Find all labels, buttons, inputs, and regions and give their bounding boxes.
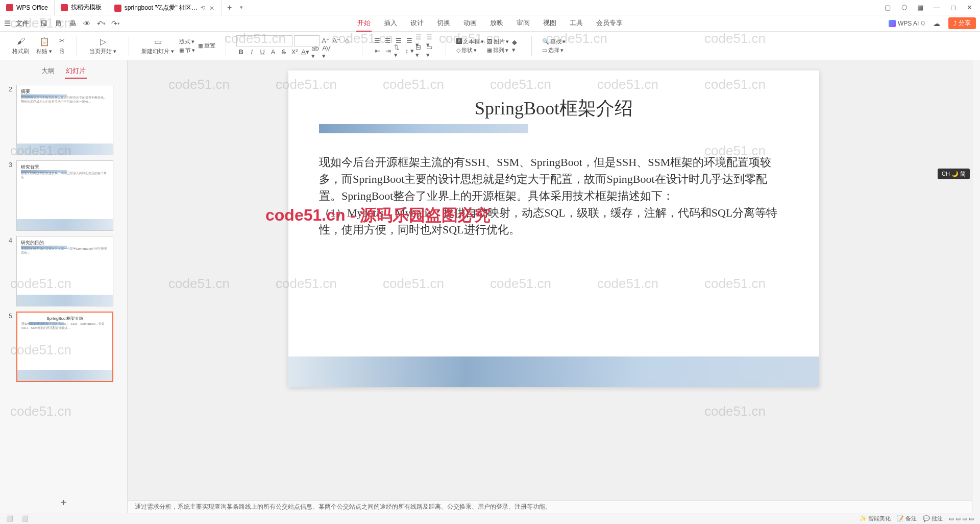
decrease-font-icon[interactable]: A⁻ — [332, 36, 341, 45]
menu-tab-review[interactable]: 审阅 — [516, 15, 531, 32]
decrease-indent-icon[interactable]: ⇤ — [373, 46, 382, 56]
format-painter-button[interactable]: 🖌 格式刷 — [10, 35, 31, 56]
align-left-icon[interactable]: ☰ — [373, 36, 382, 45]
minimize-icon[interactable]: — — [932, 3, 941, 12]
menu-tab-slideshow[interactable]: 放映 — [489, 15, 504, 32]
print-icon[interactable]: 🖶 — [68, 19, 77, 28]
select-button[interactable]: ▭ 选择 ▾ — [542, 46, 566, 54]
slide-title-accent — [319, 124, 528, 133]
file-menu[interactable]: 文件 — [16, 19, 29, 28]
menu-tab-tools[interactable]: 工具 — [569, 15, 584, 32]
sidebar-tab-slides[interactable]: 幻灯片 — [65, 64, 87, 79]
cloud-icon[interactable]: ☁ — [932, 19, 941, 28]
menu-tab-view[interactable]: 视图 — [542, 15, 557, 32]
slide-title: SpringBoot框架介绍 — [319, 96, 789, 121]
sidebar-tab-outline[interactable]: 大纲 — [40, 64, 56, 79]
thumbnail[interactable]: 研究的目的 本课题的研究目的是设计并实现一个基于SpringBoot的社区管理系… — [16, 236, 113, 306]
hamburger-icon[interactable]: ☰ — [4, 19, 11, 28]
superscript-icon[interactable]: X² — [290, 47, 299, 57]
notes-bar[interactable]: 通过需求分析，系统主要实现查询某条路线上的所有公交站点信息、某两个公交站点之间的… — [128, 501, 980, 513]
menu-tab-insert[interactable]: 插入 — [383, 15, 398, 32]
window-icon-3[interactable]: ▦ — [916, 3, 925, 12]
status-view-icons[interactable]: ▭ ▭ ▭ ▭ — [949, 515, 974, 522]
share-button[interactable]: ⤴ 分享 — [948, 17, 976, 29]
text-direction-icon[interactable]: ↕ ▾ — [405, 46, 414, 56]
maximize-icon[interactable]: ◻ — [948, 3, 958, 12]
line-spacing-icon[interactable]: ⇅ ▾ — [394, 46, 403, 56]
text-box-button[interactable]: 🅰 文本框 ▾ — [456, 38, 484, 45]
tab-document[interactable]: springboot "亿点爱" 社区… ⟲ ✕ — [108, 1, 222, 15]
thumb-number: 4 — [5, 236, 12, 306]
bold-icon[interactable]: B — [236, 47, 246, 57]
thumbnail-item[interactable]: 2 摘要 随着网络信息化不断地发展以及人们经济水平的提升不断变化。网络技术已成为… — [5, 85, 122, 155]
close-icon[interactable]: ✕ — [208, 5, 215, 12]
cut-icon[interactable]: ✂ — [57, 36, 66, 45]
menu-tab-member[interactable]: 会员专享 — [595, 15, 624, 32]
section-button[interactable]: ▦ 节 ▾ — [179, 46, 195, 54]
tab-template[interactable]: 找稻壳模板 — [55, 1, 108, 15]
underline-icon[interactable]: U — [258, 47, 267, 57]
thumbnail[interactable]: 摘要 随着网络信息化不断地发展以及人们经济水平的提升不断变化。网络技术已成为人们… — [16, 85, 113, 155]
menu-tab-animation[interactable]: 动画 — [462, 15, 478, 32]
slide-canvas[interactable]: SpringBoot框架介绍 现如今后台开源框架主流的有SSH、SSM、Spri… — [128, 60, 980, 501]
highlight-icon[interactable]: ab ▾ — [311, 47, 321, 57]
font-family-select[interactable] — [236, 35, 292, 46]
thumbnail-item[interactable]: 3 研究背景 随着互联网技术的快速发展，网络已经深入到我们生活的各个角落... — [5, 160, 122, 231]
paste-icon: 📋 — [39, 36, 50, 46]
menu-tab-design[interactable]: 设计 — [409, 15, 425, 32]
thumbnail[interactable]: SpringBoot框架介绍 现如今后台开源框架主流的有SSH、SSM、Spri… — [16, 312, 113, 382]
thumbnail-item[interactable]: 4 研究的目的 本课题的研究目的是设计并实现一个基于SpringBoot的社区管… — [5, 236, 122, 306]
new-slide-button[interactable]: ▭ 新建幻灯片 ▾ — [139, 35, 176, 56]
align-justify-icon[interactable]: ☰ — [405, 36, 414, 45]
quick-style-icon[interactable]: ◆ ▾ — [512, 41, 521, 51]
copy-icon[interactable]: ⎘ — [57, 46, 66, 56]
redo-icon[interactable]: ↷▾ — [111, 19, 120, 28]
increase-indent-icon[interactable]: ⇥ — [383, 46, 393, 56]
from-current-button[interactable]: ▷ 当页开始 ▾ — [87, 35, 118, 56]
columns-icon[interactable]: ▭ ▾ — [426, 46, 435, 56]
tab-dropdown-icon[interactable]: ▾ — [240, 4, 243, 11]
export-icon[interactable]: 🖹 — [54, 19, 63, 28]
align-center-icon[interactable]: ☰ — [383, 36, 393, 45]
menu-tab-transition[interactable]: 切换 — [436, 15, 451, 32]
strikethrough-icon[interactable]: S̶ — [279, 47, 288, 57]
thumbnail-item[interactable]: 5 SpringBoot框架介绍 现如今后台开源框架主流的有SSH、SSM、Sp… — [5, 312, 122, 382]
status-comments[interactable]: 💬 批注 — [923, 515, 943, 522]
shadow-icon[interactable]: A — [268, 47, 278, 57]
save-icon[interactable]: 🖫 — [39, 19, 48, 28]
clear-format-icon[interactable]: ◇ — [342, 36, 352, 45]
tab-label: springboot "亿点爱" 社区… — [125, 4, 198, 12]
paste-button[interactable]: 📋 粘贴 ▾ — [34, 35, 54, 56]
align-text-icon[interactable]: ⊟ ▾ — [415, 46, 425, 56]
status-notes[interactable]: 📝 备注 — [897, 515, 917, 522]
shape-button[interactable]: ◇ 形状 ▾ — [456, 46, 484, 54]
status-theme: ⬜ — [21, 515, 29, 522]
arrange-button[interactable]: ▦ 排列 ▾ — [487, 46, 509, 54]
wps-ai-button[interactable]: WPS AI Q — [889, 20, 925, 27]
font-color-icon[interactable]: A ▾ — [301, 47, 310, 57]
char-spacing-icon[interactable]: AV ▾ — [322, 47, 331, 57]
add-tab-button[interactable]: + — [222, 3, 237, 12]
slide[interactable]: SpringBoot框架介绍 现如今后台开源框架主流的有SSH、SSM、Spri… — [288, 70, 819, 387]
window-icon-2[interactable]: ⬡ — [899, 3, 909, 12]
print-preview-icon[interactable]: 👁 — [82, 19, 91, 28]
menu-tabs: 开始 插入 设计 切换 动画 放映 审阅 视图 工具 会员专享 — [356, 15, 624, 32]
thumbnails[interactable]: 2 摘要 随着网络信息化不断地发展以及人们经济水平的提升不断变化。网络技术已成为… — [0, 83, 127, 493]
thumbnail[interactable]: 研究背景 随着互联网技术的快速发展，网络已经深入到我们生活的各个角落... — [16, 160, 113, 231]
tab-refresh-icon[interactable]: ⟲ — [201, 5, 205, 11]
status-smart-beautify[interactable]: ✨ 智能美化 — [860, 515, 891, 522]
menu-tab-start[interactable]: 开始 — [356, 15, 372, 32]
add-slide-button[interactable]: + — [0, 493, 127, 513]
right-panel[interactable] — [972, 60, 980, 513]
window-icon-1[interactable]: ▢ — [883, 3, 892, 12]
find-button[interactable]: 🔍 查找 ▾ — [542, 38, 566, 45]
reset-button[interactable]: ▦ 重置 — [198, 42, 215, 50]
close-window-icon[interactable]: ✕ — [965, 3, 974, 12]
image-button[interactable]: 🖼 图片 ▾ — [487, 38, 509, 45]
wps-icon — [6, 4, 13, 11]
undo-icon[interactable]: ↶▾ — [96, 19, 106, 28]
thumb-title: SpringBoot框架介绍 — [17, 313, 112, 322]
italic-icon[interactable]: I — [247, 47, 256, 57]
layout-button[interactable]: 版式 ▾ — [179, 38, 195, 45]
tab-wps-office[interactable]: WPS Office — [0, 1, 55, 15]
